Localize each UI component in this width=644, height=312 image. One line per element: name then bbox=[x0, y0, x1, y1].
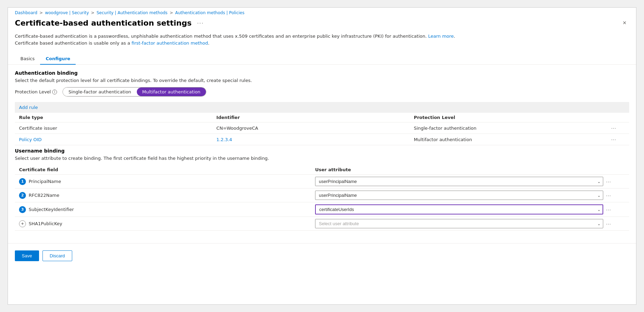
attr-more-1[interactable]: ··· bbox=[606, 179, 611, 184]
more-button-1[interactable]: ··· bbox=[611, 125, 616, 131]
attr-more-3[interactable]: ··· bbox=[606, 207, 611, 212]
row-number-3: 3 bbox=[19, 206, 26, 213]
identifier-2[interactable]: 1.2.3.4 bbox=[216, 137, 414, 142]
username-binding-desc: Select user attribute to create binding.… bbox=[15, 156, 629, 161]
rule-type-2[interactable]: Policy OID bbox=[19, 137, 216, 142]
protection-level-row: Protection Level i Single-factor authent… bbox=[15, 87, 629, 97]
protection-level-label: Protection Level i bbox=[15, 89, 57, 94]
username-binding-title: Username binding bbox=[15, 148, 629, 154]
dropdown-wrapper-4: Select user attribute ⌄ bbox=[315, 219, 603, 228]
main-window: Dashboard > woodgrove | Security > Secur… bbox=[8, 7, 636, 305]
main-content: Authentication binding Select the defaul… bbox=[8, 65, 636, 236]
add-rule-row: Add rule bbox=[15, 102, 629, 113]
breadcrumb-auth-methods-policies[interactable]: Authentication methods | Policies bbox=[175, 10, 245, 15]
protection-level-toggle[interactable]: Single-factor authentication Multifactor… bbox=[63, 87, 206, 97]
user-attr-select-2[interactable]: userPrincipalName bbox=[315, 191, 603, 200]
cert-field-1: 1 PrincipalName bbox=[19, 178, 315, 185]
user-attr-1: userPrincipalName ⌄ ··· bbox=[315, 177, 611, 186]
breadcrumb: Dashboard > woodgrove | Security > Secur… bbox=[8, 8, 636, 17]
user-attr-3: certificateUserIds ⌄ ··· bbox=[315, 204, 611, 214]
row-number-1: 1 bbox=[19, 178, 26, 185]
auth-binding-desc: Select the default protection level for … bbox=[15, 78, 629, 83]
auth-binding-title: Authentication binding bbox=[15, 70, 629, 76]
description-period2: . bbox=[208, 40, 209, 46]
footer: Save Discard bbox=[8, 243, 636, 267]
attr-more-2[interactable]: ··· bbox=[606, 193, 611, 198]
description-line2: Certificate based authentication is usab… bbox=[15, 40, 132, 46]
add-rule-link[interactable]: Add rule bbox=[19, 105, 38, 110]
protection-level-2: Multifactor authentication bbox=[414, 137, 611, 142]
col-identifier: Identifier bbox=[216, 115, 414, 120]
description-period: . bbox=[454, 34, 455, 39]
dropdown-wrapper-3: certificateUserIds ⌄ bbox=[315, 204, 603, 214]
page-header: Certificate-based authentication setting… bbox=[8, 17, 636, 31]
tabs-container: Basics Configure bbox=[8, 50, 636, 65]
title-row: Certificate-based authentication setting… bbox=[15, 19, 206, 27]
protection-level-1: Single-factor authentication bbox=[414, 126, 611, 131]
binding-table-header: Certificate field User attribute bbox=[15, 165, 629, 175]
table-row: Certificate issuer CN=WoodgroveCA Single… bbox=[15, 122, 629, 134]
multifactor-option[interactable]: Multifactor authentication bbox=[137, 88, 206, 96]
first-factor-link[interactable]: first-factor authentication method bbox=[132, 40, 208, 46]
dropdown-wrapper-2: userPrincipalName ⌄ bbox=[315, 191, 603, 200]
col-protection-level: Protection Level bbox=[414, 115, 611, 120]
ellipsis-button[interactable]: ··· bbox=[195, 19, 206, 27]
username-binding-section: Username binding Select user attribute t… bbox=[15, 148, 629, 231]
row-number-2: 2 bbox=[19, 192, 26, 199]
cert-field-3: 3 SubjectKeyIdentifier bbox=[19, 206, 315, 213]
dropdown-wrapper-1: userPrincipalName ⌄ bbox=[315, 177, 603, 186]
table-row: Policy OID 1.2.3.4 Multifactor authentic… bbox=[15, 134, 629, 145]
attr-more-4[interactable]: ··· bbox=[606, 221, 611, 227]
user-attr-4: Select user attribute ⌄ ··· bbox=[315, 219, 611, 228]
save-button[interactable]: Save bbox=[15, 250, 39, 261]
user-attr-select-4[interactable]: Select user attribute bbox=[315, 219, 603, 228]
page-description: Certificate-based authentication is a pa… bbox=[8, 31, 636, 50]
close-button[interactable]: × bbox=[620, 18, 629, 28]
cert-field-2: 2 RFC822Name bbox=[19, 192, 315, 199]
learn-more-link[interactable]: Learn more bbox=[428, 34, 454, 39]
identifier-1: CN=WoodgroveCA bbox=[216, 126, 414, 131]
col-cert-field: Certificate field bbox=[19, 167, 315, 172]
user-attr-select-3[interactable]: certificateUserIds bbox=[315, 204, 603, 214]
col-user-attr: User attribute bbox=[315, 167, 611, 172]
single-factor-option[interactable]: Single-factor authentication bbox=[63, 88, 136, 96]
tab-configure[interactable]: Configure bbox=[40, 53, 76, 65]
description-line1: Certificate-based authentication is a pa… bbox=[15, 34, 428, 39]
cert-field-4: + SHA1PublicKey bbox=[19, 220, 315, 227]
binding-row-2: 2 RFC822Name userPrincipalName ⌄ ··· bbox=[15, 189, 629, 202]
user-attr-2: userPrincipalName ⌄ ··· bbox=[315, 191, 611, 200]
row-more-2[interactable]: ··· bbox=[611, 137, 625, 142]
breadcrumb-dashboard[interactable]: Dashboard bbox=[15, 10, 37, 15]
page-title: Certificate-based authentication setting… bbox=[15, 19, 192, 27]
rule-type-1: Certificate issuer bbox=[19, 126, 216, 131]
breadcrumb-woodgrove-security[interactable]: woodgrove | Security bbox=[45, 10, 89, 15]
auth-binding-section: Authentication binding Select the defaul… bbox=[15, 70, 629, 145]
protection-level-info-icon[interactable]: i bbox=[52, 90, 57, 94]
binding-row-4: + SHA1PublicKey Select user attribute ⌄ … bbox=[15, 217, 629, 231]
binding-row-3: 3 SubjectKeyIdentifier certificateUserId… bbox=[15, 202, 629, 217]
row-more-1[interactable]: ··· bbox=[611, 125, 625, 131]
breadcrumb-security-auth-methods[interactable]: Security | Authentication methods bbox=[96, 10, 167, 15]
more-button-2[interactable]: ··· bbox=[611, 137, 616, 142]
tab-basics[interactable]: Basics bbox=[15, 53, 40, 65]
discard-button[interactable]: Discard bbox=[42, 250, 72, 261]
row-number-plus: + bbox=[19, 220, 26, 227]
rules-table-header: Rule type Identifier Protection Level bbox=[15, 113, 629, 122]
col-rule-type: Rule type bbox=[19, 115, 216, 120]
user-attr-select-1[interactable]: userPrincipalName bbox=[315, 177, 603, 186]
binding-row-1: 1 PrincipalName userPrincipalName ⌄ ··· bbox=[15, 175, 629, 189]
